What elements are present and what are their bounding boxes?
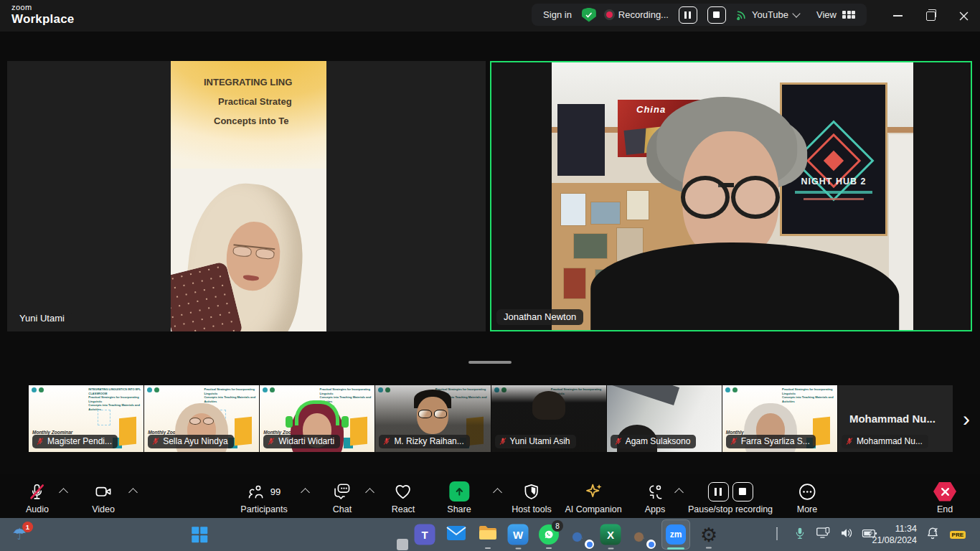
- end-meeting-button[interactable]: End: [933, 480, 956, 514]
- audio-label: Audio: [26, 504, 49, 514]
- filmstrip-tile-farra[interactable]: Practical Strategies for Incorporating L…: [722, 385, 837, 452]
- restore-button[interactable]: [914, 0, 947, 32]
- end-call-icon: [933, 482, 956, 501]
- tray-clock[interactable]: 11:34 21/08/2024: [872, 523, 917, 547]
- more-label: More: [797, 504, 817, 514]
- filmstrip-tile-yuni-asih[interactable]: Practical Strategies for Incorporating L…: [491, 385, 606, 452]
- file-explorer-button[interactable]: [478, 524, 498, 545]
- ai-sparkle-icon: [583, 480, 603, 503]
- close-icon: [959, 11, 969, 21]
- excel-icon: X: [600, 524, 621, 545]
- filmstrip-drag-handle[interactable]: [468, 361, 512, 364]
- jonathan-video-feed: China NIGHT HUB 2: [552, 62, 913, 330]
- wall-poster-dark: [557, 104, 605, 176]
- host-tools-button[interactable]: Host tools: [512, 480, 552, 514]
- zoom-app-icon: zm: [666, 524, 686, 545]
- mic-icon: [794, 527, 806, 540]
- more-ellipsis-icon: [797, 480, 816, 503]
- participant-name-label: Yuni Utami: [12, 311, 72, 326]
- security-shield-icon[interactable]: [582, 8, 596, 22]
- livestream-selector[interactable]: YouTube: [736, 9, 799, 20]
- video-tile-yuni-utami[interactable]: INTEGRATING LING Practical Strateg Conce…: [7, 61, 486, 331]
- share-button[interactable]: Share: [447, 480, 471, 514]
- apps-options-chevron[interactable]: [674, 488, 684, 497]
- word-app-button[interactable]: W: [508, 524, 529, 545]
- whatsapp-app-button[interactable]: 8: [539, 524, 559, 545]
- copilot-pre-badge: PRE: [950, 531, 966, 539]
- yuni-asih-silhouette: [532, 391, 565, 420]
- night-hub-title: NIGHT HUB 2: [782, 176, 885, 187]
- filmstrip-tile-widarti[interactable]: Practical Strategies for Incorporating L…: [260, 385, 374, 452]
- filmstrip-tile-magister[interactable]: INTEGRATING LINGUISTICS INTO EFL CLASSRO…: [29, 385, 143, 452]
- filmstrip-tile-agam[interactable]: Agam Sulaksono: [607, 385, 722, 452]
- display-name-text: Mohammad Nu...: [838, 413, 947, 425]
- filmstrip-tile-rizky[interactable]: Practical Strategies for Incorporating L…: [375, 385, 490, 452]
- slide-line-1: INTEGRATING LING: [204, 72, 326, 92]
- restore-icon: [926, 11, 936, 21]
- participants-options-chevron[interactable]: [301, 488, 310, 497]
- tray-cast-indicator[interactable]: [816, 527, 831, 542]
- tray-overflow-button[interactable]: [777, 528, 778, 541]
- ai-companion-button[interactable]: AI Companion: [565, 480, 621, 514]
- react-button[interactable]: React: [392, 480, 415, 514]
- notification-badge: 1: [22, 522, 33, 532]
- zoom-app-button[interactable]: zm: [661, 519, 690, 550]
- muted-mic-icon: [614, 437, 623, 446]
- settings-app-button[interactable]: ⚙: [700, 525, 717, 545]
- excel-app-button[interactable]: X: [600, 524, 621, 545]
- more-button[interactable]: More: [797, 480, 817, 514]
- weather-widget[interactable]: ☂ 1: [12, 527, 27, 542]
- participants-button[interactable]: 99 Participants: [240, 480, 287, 514]
- video-options-chevron[interactable]: [128, 488, 138, 497]
- start-button[interactable]: [192, 527, 207, 542]
- whatsapp-badge: 8: [552, 520, 563, 532]
- apps-button[interactable]: Apps: [645, 480, 666, 514]
- tray-volume[interactable]: [840, 527, 854, 542]
- stop-recording-icon[interactable]: [732, 482, 753, 501]
- tray-notifications[interactable]: [926, 527, 940, 543]
- tray-date: 21/08/2024: [872, 534, 917, 546]
- stop-recording-button[interactable]: [707, 6, 726, 24]
- recording-dot-icon: [606, 11, 613, 18]
- share-options-chevron[interactable]: [493, 488, 502, 497]
- teams-app-button[interactable]: T: [415, 524, 435, 545]
- tray-mic-indicator[interactable]: [794, 527, 806, 542]
- filmstrip-next-button[interactable]: ›: [957, 405, 976, 434]
- sign-in-button[interactable]: Sign in: [543, 9, 572, 20]
- audio-button[interactable]: Audio: [26, 480, 49, 514]
- video-label: Video: [92, 504, 115, 514]
- video-tile-jonathan-newton-active-speaker[interactable]: China NIGHT HUB 2 Jonathan Newton: [490, 61, 972, 331]
- participant-name-label: Sella Ayu Nindya: [163, 436, 228, 446]
- participant-name-label: M. Rizky Raihan...: [394, 436, 463, 446]
- participant-name-label: Magister Pendi...: [47, 436, 112, 446]
- video-button[interactable]: Video: [92, 480, 115, 514]
- chevron-up-icon: [777, 527, 778, 540]
- slide-line-3: Concepts into Te: [214, 111, 326, 131]
- view-button[interactable]: View: [816, 9, 855, 20]
- participant-name-label: Mohammad Nu...: [857, 436, 923, 446]
- chat-options-chevron[interactable]: [365, 488, 374, 497]
- participant-name-label: Agam Sulaksono: [626, 436, 691, 446]
- filmstrip-tile-mohammad[interactable]: Mohammad Nu... Mohammad Nu...: [838, 385, 953, 452]
- participants-icon: [248, 483, 265, 501]
- mail-app-button[interactable]: [446, 525, 466, 544]
- filmstrip-tile-sella[interactable]: Practical Strategies for Incorporating L…: [144, 385, 259, 452]
- host-tools-label: Host tools: [512, 504, 552, 514]
- window-titlebar: zoom Workplace Sign in Recording... YouT…: [0, 0, 980, 32]
- pause-recording-button[interactable]: [679, 6, 697, 24]
- whatsapp-icon: 8: [539, 524, 559, 545]
- meeting-toolbar: Audio Video 99 Participants Chat React S…: [0, 474, 980, 518]
- chat-button[interactable]: Chat: [333, 480, 352, 514]
- bell-icon: [926, 527, 940, 540]
- apps-label: Apps: [645, 504, 666, 514]
- audio-options-chevron[interactable]: [59, 488, 68, 497]
- participant-name-label: Widarti Widarti: [278, 436, 334, 446]
- pause-recording-icon[interactable]: [707, 482, 728, 501]
- close-button[interactable]: [947, 0, 980, 32]
- participants-count: 99: [270, 486, 281, 497]
- muted-mic-icon: [382, 437, 391, 446]
- ai-companion-label: AI Companion: [565, 504, 621, 514]
- minimize-button[interactable]: [881, 0, 914, 32]
- pause-stop-recording-button[interactable]: Pause/stop recording: [688, 480, 773, 514]
- word-icon: W: [508, 524, 529, 545]
